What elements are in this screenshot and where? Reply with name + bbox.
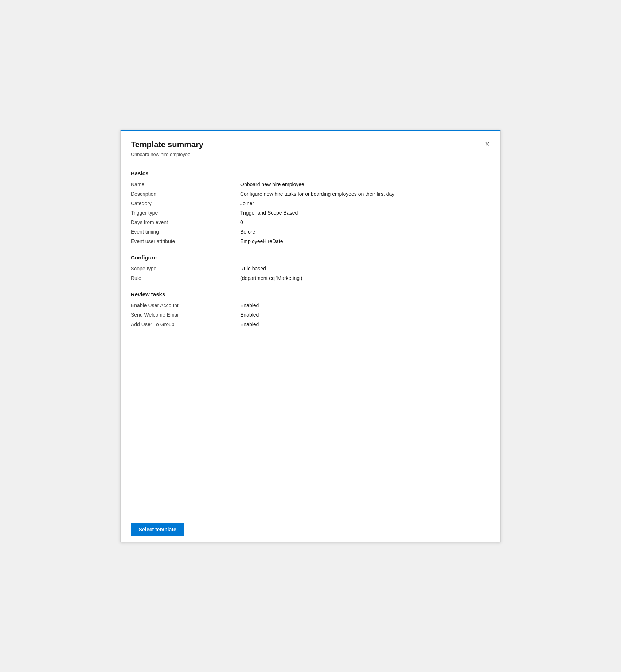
field-row-description: Description Configure new hire tasks for… [131, 191, 490, 197]
panel-subtitle: Onboard new hire employee [131, 152, 490, 157]
configure-section: Configure Scope type Rule based Rule (de… [131, 254, 490, 281]
field-row-category: Category Joiner [131, 200, 490, 206]
field-label-days-from-event: Days from event [131, 219, 240, 225]
field-label-rule: Rule [131, 275, 240, 281]
field-label-description: Description [131, 191, 240, 197]
field-value-event-user-attribute: EmployeeHireDate [240, 238, 490, 244]
field-row-send-welcome-email: Send Welcome Email Enabled [131, 312, 490, 318]
field-value-rule: (department eq 'Marketing') [240, 275, 490, 281]
close-button[interactable]: × [481, 138, 493, 150]
field-value-trigger-type: Trigger and Scope Based [240, 210, 490, 216]
field-label-name: Name [131, 181, 240, 187]
field-row-days-from-event: Days from event 0 [131, 219, 490, 225]
field-row-trigger-type: Trigger type Trigger and Scope Based [131, 210, 490, 216]
panel-title: Template summary [131, 140, 490, 150]
field-value-event-timing: Before [240, 229, 490, 235]
basics-section-title: Basics [131, 170, 490, 176]
panel-content: Basics Name Onboard new hire employee De… [121, 163, 500, 517]
field-row-scope-type: Scope type Rule based [131, 266, 490, 271]
review-tasks-section: Review tasks Enable User Account Enabled… [131, 291, 490, 327]
field-row-event-timing: Event timing Before [131, 229, 490, 235]
select-template-button[interactable]: Select template [131, 523, 184, 536]
field-row-rule: Rule (department eq 'Marketing') [131, 275, 490, 281]
review-tasks-section-title: Review tasks [131, 291, 490, 297]
field-label-event-timing: Event timing [131, 229, 240, 235]
field-label-trigger-type: Trigger type [131, 210, 240, 216]
field-label-scope-type: Scope type [131, 266, 240, 271]
configure-section-title: Configure [131, 254, 490, 261]
field-value-send-welcome-email: Enabled [240, 312, 490, 318]
field-value-description: Configure new hire tasks for onboarding … [240, 191, 490, 197]
field-label-add-user-to-group: Add User To Group [131, 321, 240, 327]
panel-header: Template summary Onboard new hire employ… [121, 131, 500, 163]
field-value-days-from-event: 0 [240, 219, 490, 225]
field-label-category: Category [131, 200, 240, 206]
field-row-event-user-attribute: Event user attribute EmployeeHireDate [131, 238, 490, 244]
field-row-name: Name Onboard new hire employee [131, 181, 490, 187]
field-value-add-user-to-group: Enabled [240, 321, 490, 327]
field-label-event-user-attribute: Event user attribute [131, 238, 240, 244]
field-label-enable-user-account: Enable User Account [131, 302, 240, 308]
field-value-category: Joiner [240, 200, 490, 206]
panel-footer: Select template [121, 517, 500, 542]
field-value-name: Onboard new hire employee [240, 181, 490, 187]
basics-section: Basics Name Onboard new hire employee De… [131, 170, 490, 244]
field-value-scope-type: Rule based [240, 266, 490, 271]
field-label-send-welcome-email: Send Welcome Email [131, 312, 240, 318]
field-row-enable-user-account: Enable User Account Enabled [131, 302, 490, 308]
field-value-enable-user-account: Enabled [240, 302, 490, 308]
field-row-add-user-to-group: Add User To Group Enabled [131, 321, 490, 327]
template-summary-panel: Template summary Onboard new hire employ… [120, 130, 501, 542]
